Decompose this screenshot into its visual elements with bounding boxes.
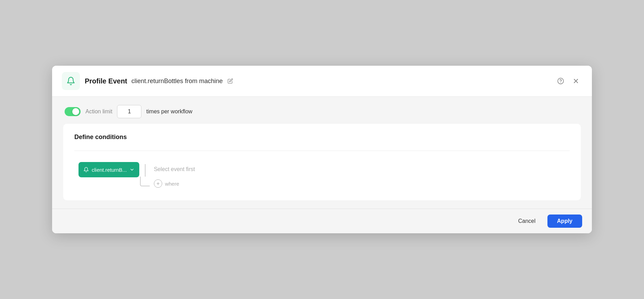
- connector-corner-row: [140, 177, 150, 186]
- modal-overlay: Profile Event client.returnBottles from …: [0, 0, 644, 299]
- apply-button[interactable]: Apply: [547, 215, 582, 228]
- question-icon: [557, 78, 564, 84]
- modal-title: Profile Event: [85, 77, 127, 85]
- pencil-icon: [228, 78, 233, 84]
- cancel-button[interactable]: Cancel: [511, 215, 543, 228]
- tree-connector: [140, 164, 150, 186]
- where-label: where: [165, 181, 179, 187]
- help-button[interactable]: [554, 75, 567, 87]
- action-limit-label: Action limit: [85, 108, 112, 115]
- chevron-down-icon: [130, 167, 134, 172]
- connector-vertical-top: [145, 164, 146, 177]
- conditions-divider: [74, 151, 570, 151]
- edit-button[interactable]: [225, 76, 235, 86]
- header-icon-wrapper: [62, 72, 80, 90]
- action-limit-row: Action limit times per workflow: [63, 105, 581, 118]
- event-dropdown-button[interactable]: client.returnB...: [79, 162, 139, 177]
- event-bell-icon: [83, 167, 89, 172]
- where-row[interactable]: where: [154, 179, 195, 188]
- select-event-placeholder: Select event first: [154, 165, 195, 172]
- connector-horiz: [146, 186, 150, 186]
- bell-icon: [66, 76, 75, 86]
- connector-corner: [140, 177, 146, 186]
- modal-header: Profile Event client.returnBottles from …: [52, 66, 592, 97]
- conditions-title: Define conditions: [74, 134, 570, 141]
- modal-dialog: Profile Event client.returnBottles from …: [52, 66, 592, 233]
- close-icon: [572, 78, 579, 84]
- event-btn-label: client.returnB...: [92, 167, 127, 173]
- plus-circle-icon: [156, 181, 160, 186]
- where-add-icon[interactable]: [154, 179, 162, 188]
- modal-subtitle: client.returnBottles from machine: [131, 78, 223, 85]
- toggle-track: [65, 107, 81, 116]
- close-button[interactable]: [570, 75, 582, 87]
- times-per-workflow-label: times per workflow: [146, 108, 192, 115]
- condition-right: Select event first where: [154, 162, 195, 188]
- action-limit-input[interactable]: [117, 105, 141, 118]
- modal-footer: Cancel Apply: [52, 209, 592, 233]
- conditions-card: Define conditions client.returnB...: [63, 124, 581, 200]
- modal-body: Action limit times per workflow Define c…: [52, 97, 592, 209]
- condition-builder: client.returnB...: [74, 162, 570, 188]
- action-limit-toggle[interactable]: [65, 107, 81, 116]
- toggle-thumb: [72, 108, 79, 115]
